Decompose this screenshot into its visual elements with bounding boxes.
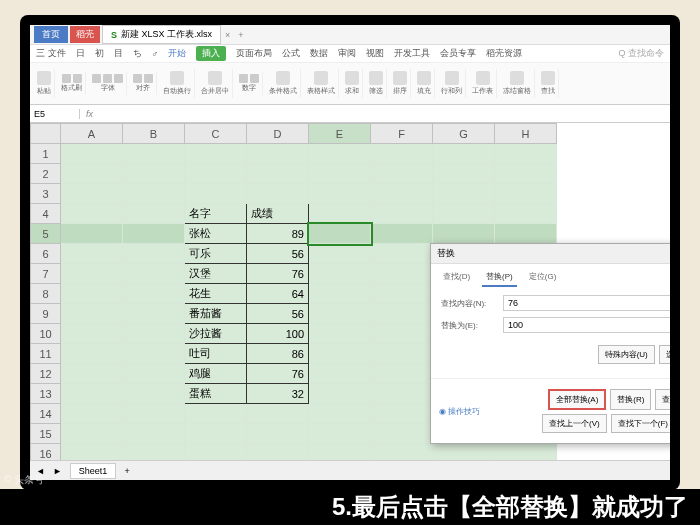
cell-d10[interactable]: 100	[247, 324, 309, 344]
col-header-e[interactable]: E	[309, 124, 371, 144]
ribbon-sum[interactable]: 求和	[342, 69, 363, 98]
add-sheet-icon[interactable]: +	[124, 466, 129, 476]
cell-c7[interactable]: 汉堡	[185, 264, 247, 284]
ribbon-format-painter[interactable]: 格式刷	[58, 72, 86, 95]
ribbon-font[interactable]: 字体	[89, 72, 127, 95]
document-tab[interactable]: S 新建 XLSX 工作表.xlsx	[102, 25, 221, 44]
cell-c10[interactable]: 沙拉酱	[185, 324, 247, 344]
tab-replace[interactable]: 替换(P)	[482, 268, 517, 287]
ribbon-find[interactable]: 查找	[538, 69, 559, 98]
menu-start[interactable]: 开始	[168, 47, 186, 60]
row-header[interactable]: 9	[31, 304, 61, 324]
replace-input[interactable]	[503, 317, 670, 333]
ribbon-align[interactable]: 对齐	[130, 72, 157, 95]
ribbon-rowcol[interactable]: 行和列	[438, 69, 466, 98]
ribbon-table-style[interactable]: 表格样式	[304, 69, 339, 98]
qat-undo[interactable]: ち	[133, 47, 142, 60]
row-header[interactable]: 11	[31, 344, 61, 364]
row-header[interactable]: 14	[31, 404, 61, 424]
row-header[interactable]: 7	[31, 264, 61, 284]
ribbon-sort[interactable]: 排序	[390, 69, 411, 98]
row-header[interactable]: 8	[31, 284, 61, 304]
find-all-button[interactable]: 查找全部(I)	[655, 389, 670, 410]
ribbon-freeze[interactable]: 冻结窗格	[500, 69, 535, 98]
menu-insert[interactable]: 插入	[196, 46, 226, 61]
row-header[interactable]: 5	[31, 224, 61, 244]
find-prev-button[interactable]: 查找上一个(V)	[542, 414, 607, 433]
row-header[interactable]: 2	[31, 164, 61, 184]
col-header-f[interactable]: F	[371, 124, 433, 144]
cell-c11[interactable]: 吐司	[185, 344, 247, 364]
col-header-b[interactable]: B	[123, 124, 185, 144]
cell-d5[interactable]: 89	[247, 224, 309, 244]
cell-d4[interactable]: 成绩	[247, 204, 309, 224]
nav-next-icon[interactable]: ►	[53, 466, 62, 476]
menu-review[interactable]: 审阅	[338, 47, 356, 60]
col-header-c[interactable]: C	[185, 124, 247, 144]
cell-d13[interactable]: 32	[247, 384, 309, 404]
row-header[interactable]: 12	[31, 364, 61, 384]
row-header[interactable]: 1	[31, 144, 61, 164]
cell-d12[interactable]: 76	[247, 364, 309, 384]
cell-c9[interactable]: 番茄酱	[185, 304, 247, 324]
ribbon-clipboard[interactable]: 粘贴	[34, 69, 55, 98]
menu-member[interactable]: 会员专享	[440, 47, 476, 60]
row-header[interactable]: 10	[31, 324, 61, 344]
menu-data[interactable]: 数据	[310, 47, 328, 60]
row-header[interactable]: 6	[31, 244, 61, 264]
row-header[interactable]: 15	[31, 424, 61, 444]
fx-icon[interactable]: fx	[80, 109, 99, 119]
corner-cell[interactable]	[31, 124, 61, 144]
qat-print[interactable]: 初	[95, 47, 104, 60]
cell-e5-selected[interactable]	[309, 224, 371, 244]
sheet-tab-1[interactable]: Sheet1	[70, 463, 117, 479]
dialog-titlebar[interactable]: 替换 ×	[431, 244, 670, 264]
ribbon-worksheet[interactable]: 工作表	[469, 69, 497, 98]
tab-add-icon[interactable]: +	[234, 30, 247, 40]
cell-d11[interactable]: 86	[247, 344, 309, 364]
menu-formula[interactable]: 公式	[282, 47, 300, 60]
tab-close-icon[interactable]: ×	[221, 30, 234, 40]
cell-c4[interactable]: 名字	[185, 204, 247, 224]
special-content-button[interactable]: 特殊内容(U)	[598, 345, 655, 364]
cell-c6[interactable]: 可乐	[185, 244, 247, 264]
col-header-d[interactable]: D	[247, 124, 309, 144]
col-header-a[interactable]: A	[61, 124, 123, 144]
qat-save[interactable]: 日	[76, 47, 85, 60]
cell-d9[interactable]: 56	[247, 304, 309, 324]
cell-c8[interactable]: 花生	[185, 284, 247, 304]
ribbon-number[interactable]: 数字	[236, 72, 263, 95]
docer-tab[interactable]: 稻壳	[70, 26, 100, 43]
cell-d8[interactable]: 64	[247, 284, 309, 304]
qat-preview[interactable]: 目	[114, 47, 123, 60]
cell-c12[interactable]: 鸡腿	[185, 364, 247, 384]
col-header-g[interactable]: G	[433, 124, 495, 144]
qat-redo[interactable]: ♂	[152, 49, 159, 59]
cell-c13[interactable]: 蛋糕	[185, 384, 247, 404]
menu-file[interactable]: 三 文件	[36, 47, 66, 60]
menu-layout[interactable]: 页面布局	[236, 47, 272, 60]
menu-resource[interactable]: 稻壳资源	[486, 47, 522, 60]
ribbon-wrap[interactable]: 自动换行	[160, 69, 195, 98]
col-header-h[interactable]: H	[495, 124, 557, 144]
options-button[interactable]: 选项(T)	[659, 345, 670, 364]
menu-view[interactable]: 视图	[366, 47, 384, 60]
tab-find[interactable]: 查找(D)	[439, 268, 474, 287]
cell-d7[interactable]: 76	[247, 264, 309, 284]
ribbon-cond-format[interactable]: 条件格式	[266, 69, 301, 98]
search-box[interactable]: Q 查找命令	[618, 47, 664, 60]
ribbon-fill[interactable]: 填充	[414, 69, 435, 98]
tips-link[interactable]: ◉ 操作技巧	[431, 406, 488, 417]
replace-button[interactable]: 替换(R)	[610, 389, 651, 410]
cell-d6[interactable]: 56	[247, 244, 309, 264]
home-tab[interactable]: 首页	[34, 26, 68, 43]
cell-c5[interactable]: 张松	[185, 224, 247, 244]
name-box[interactable]: E5	[30, 109, 80, 119]
ribbon-filter[interactable]: 筛选	[366, 69, 387, 98]
row-header[interactable]: 13	[31, 384, 61, 404]
find-input[interactable]	[503, 295, 670, 311]
replace-all-button[interactable]: 全部替换(A)	[548, 389, 607, 410]
menu-dev[interactable]: 开发工具	[394, 47, 430, 60]
row-header[interactable]: 4	[31, 204, 61, 224]
tab-goto[interactable]: 定位(G)	[525, 268, 561, 287]
